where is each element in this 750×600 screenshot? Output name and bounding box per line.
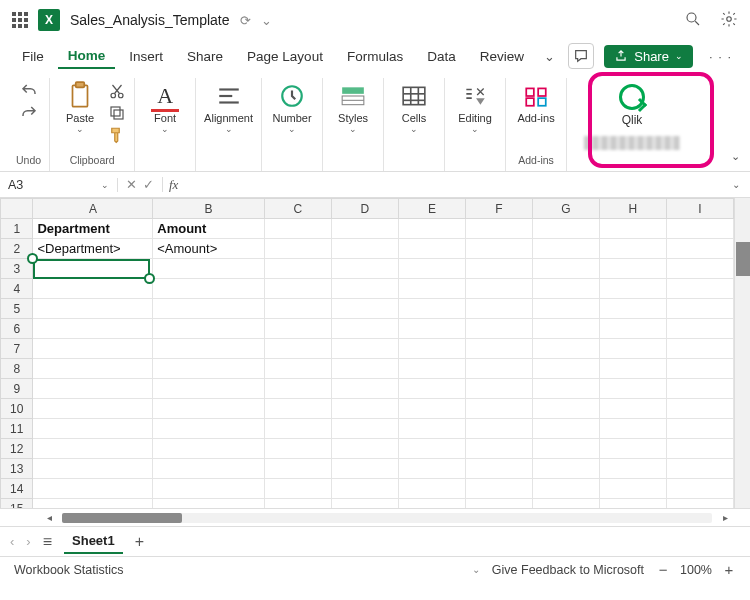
sheet-tab[interactable]: Sheet1 [64,529,123,554]
cell[interactable] [599,459,666,479]
cell[interactable] [331,299,398,319]
cell[interactable] [398,379,465,399]
cell[interactable] [666,319,733,339]
cell[interactable] [264,499,331,509]
cell[interactable] [398,299,465,319]
cell[interactable] [264,399,331,419]
cell[interactable] [33,339,153,359]
cell[interactable] [264,219,331,239]
cell[interactable] [599,379,666,399]
more-button[interactable]: · · · [703,45,738,68]
selection-handle-tl[interactable] [27,253,38,264]
cell[interactable] [264,319,331,339]
vertical-scroll-thumb[interactable] [736,242,750,276]
cell[interactable] [153,439,265,459]
cell[interactable] [398,439,465,459]
cell[interactable] [666,459,733,479]
cell[interactable] [532,439,599,459]
redo-icon[interactable] [20,104,38,122]
cell[interactable] [264,379,331,399]
cell[interactable] [532,259,599,279]
sheet-nav-prev-icon[interactable]: ‹ [10,534,14,549]
cell[interactable] [599,399,666,419]
cell[interactable] [33,319,153,339]
cell[interactable] [264,299,331,319]
cell[interactable] [153,379,265,399]
cell[interactable] [599,319,666,339]
collapse-ribbon-icon[interactable]: ⌄ [731,150,740,163]
zoom-out-button[interactable]: − [656,561,670,578]
col-header[interactable]: I [666,199,733,219]
row-header[interactable]: 5 [1,299,33,319]
row-header[interactable]: 15 [1,499,33,509]
tab-page-layout[interactable]: Page Layout [237,45,333,68]
col-header[interactable]: G [532,199,599,219]
cell[interactable] [153,459,265,479]
col-header[interactable]: D [331,199,398,219]
cell[interactable] [465,419,532,439]
cell[interactable] [153,479,265,499]
confirm-formula-icon[interactable]: ✓ [143,177,154,192]
cell[interactable] [331,479,398,499]
select-all-corner[interactable] [1,199,33,219]
document-title[interactable]: Sales_Analysis_Template [70,12,230,28]
cell[interactable] [153,259,265,279]
row-header[interactable]: 1 [1,219,33,239]
scroll-left-icon[interactable]: ◂ [40,512,58,523]
cell[interactable] [532,279,599,299]
cut-icon[interactable] [108,82,126,100]
cell[interactable] [599,339,666,359]
name-box[interactable]: A3 ⌄ [0,178,118,192]
format-painter-icon[interactable] [108,126,126,144]
number-button[interactable]: Number ⌄ [270,82,314,132]
styles-button[interactable]: Styles ⌄ [331,82,375,132]
cell[interactable] [666,399,733,419]
cell[interactable] [331,499,398,509]
cell[interactable] [153,299,265,319]
tab-insert[interactable]: Insert [119,45,173,68]
cell[interactable] [331,319,398,339]
cell[interactable] [331,259,398,279]
cell[interactable] [465,499,532,509]
cell[interactable] [331,339,398,359]
cell[interactable] [398,459,465,479]
cell[interactable] [599,279,666,299]
cell[interactable] [666,239,733,259]
add-sheet-button[interactable]: + [135,533,144,551]
cell[interactable] [331,419,398,439]
cell[interactable] [666,359,733,379]
cell[interactable] [666,339,733,359]
undo-icon[interactable] [20,82,38,100]
cell[interactable] [465,239,532,259]
cell[interactable] [532,239,599,259]
col-header[interactable]: B [153,199,265,219]
cell[interactable] [331,359,398,379]
expand-formula-bar-icon[interactable]: ⌄ [722,179,750,190]
row-header[interactable]: 8 [1,359,33,379]
all-sheets-icon[interactable]: ≡ [43,533,52,551]
cell[interactable] [398,219,465,239]
row-header[interactable]: 12 [1,439,33,459]
cell[interactable]: <Amount> [153,239,265,259]
tabs-overflow[interactable]: ⌄ [538,45,561,68]
cell[interactable] [532,319,599,339]
vertical-scrollbar[interactable] [734,198,750,508]
cell[interactable] [264,439,331,459]
cell[interactable] [264,279,331,299]
row-header[interactable]: 11 [1,419,33,439]
cell[interactable] [532,299,599,319]
cell[interactable] [153,279,265,299]
col-header[interactable]: F [465,199,532,219]
cell[interactable] [398,399,465,419]
cell[interactable] [599,499,666,509]
search-icon[interactable] [684,10,702,31]
cell[interactable] [465,479,532,499]
row-header[interactable]: 10 [1,399,33,419]
cell[interactable] [33,419,153,439]
cell[interactable] [398,339,465,359]
tab-home[interactable]: Home [58,44,116,69]
cell[interactable] [666,419,733,439]
tab-share[interactable]: Share [177,45,233,68]
cell[interactable] [398,319,465,339]
give-feedback-link[interactable]: Give Feedback to Microsoft [492,563,644,577]
